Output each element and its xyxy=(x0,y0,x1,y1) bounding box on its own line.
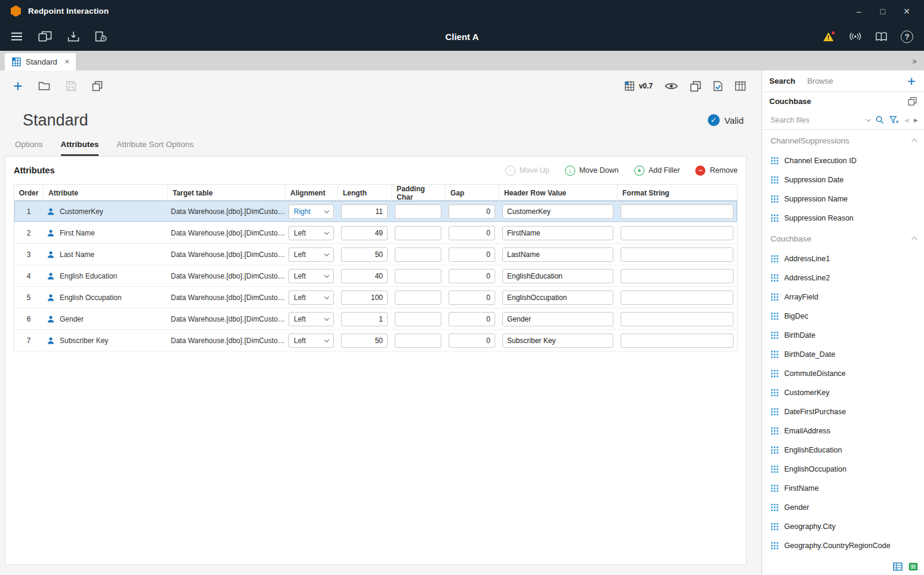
alignment-select[interactable]: Left xyxy=(288,226,334,240)
field-item[interactable]: Gender xyxy=(762,498,924,517)
close-button[interactable]: ✕ xyxy=(897,4,917,19)
save-icon[interactable] xyxy=(66,81,76,91)
field-item[interactable]: Suppression Date xyxy=(762,170,924,189)
field-item[interactable]: Channel Execution ID xyxy=(762,151,924,170)
padding-char-input[interactable] xyxy=(395,312,441,326)
format-string-input[interactable] xyxy=(621,312,733,326)
gap-input[interactable] xyxy=(449,247,495,262)
gap-input[interactable] xyxy=(449,226,495,240)
format-string-input[interactable] xyxy=(621,247,733,262)
export-excel-icon[interactable] xyxy=(908,562,918,571)
length-input[interactable] xyxy=(341,204,388,219)
length-input[interactable] xyxy=(341,312,388,326)
copy-source-icon[interactable] xyxy=(908,97,917,106)
broadcast-icon[interactable] xyxy=(849,32,862,41)
padding-char-input[interactable] xyxy=(395,226,441,240)
header-row-value-input[interactable] xyxy=(502,312,613,326)
table-row[interactable]: 4English EducationData Warehouse.[dbo].[… xyxy=(14,265,737,287)
format-string-input[interactable] xyxy=(621,290,733,305)
add-button[interactable]: + xyxy=(13,79,23,93)
collapse-chevron-icon[interactable] xyxy=(911,138,917,144)
length-input[interactable] xyxy=(341,290,388,305)
field-item[interactable]: AddressLine1 xyxy=(762,249,924,268)
maximize-button[interactable]: □ xyxy=(873,4,893,19)
chevron-down-icon[interactable] xyxy=(866,117,871,121)
header-row-value-input[interactable] xyxy=(502,290,613,305)
field-item[interactable]: FirstName xyxy=(762,479,924,498)
gap-input[interactable] xyxy=(449,334,495,348)
preview-eye-icon[interactable] xyxy=(665,82,678,90)
tab-attribute-sort-options[interactable]: Attribute Sort Options xyxy=(116,140,194,156)
alignment-select[interactable]: Left xyxy=(288,247,334,262)
grid-view-icon[interactable] xyxy=(893,562,902,571)
format-string-input[interactable] xyxy=(621,204,733,219)
validate-icon[interactable] xyxy=(713,81,723,91)
header-row-value-input[interactable] xyxy=(502,334,613,348)
padding-char-input[interactable] xyxy=(395,204,441,219)
field-item[interactable]: Suppression Name xyxy=(762,189,924,209)
field-item[interactable]: BirthDate_Date xyxy=(762,345,924,364)
tab-standard[interactable]: Standard ✕ xyxy=(5,53,76,71)
filter-icon[interactable] xyxy=(889,115,899,124)
interactions-icon[interactable] xyxy=(38,31,52,42)
field-item[interactable]: Geography.City xyxy=(762,517,924,536)
header-row-value-input[interactable] xyxy=(502,204,613,219)
prev-result-icon[interactable]: ◀ xyxy=(904,117,908,123)
search-icon[interactable] xyxy=(876,115,884,124)
format-string-input[interactable] xyxy=(621,334,733,348)
padding-char-input[interactable] xyxy=(395,290,441,305)
field-item[interactable]: Geography.CountryRegionCode xyxy=(762,536,924,555)
field-item[interactable]: BigDec xyxy=(762,307,924,326)
table-row[interactable]: 5English OccupationData Warehouse.[dbo].… xyxy=(14,287,737,308)
duplicate-page-icon[interactable] xyxy=(690,81,701,92)
sidebar-tab-browse[interactable]: Browse xyxy=(807,77,833,85)
alignment-select[interactable]: Left xyxy=(288,334,334,348)
format-string-input[interactable] xyxy=(621,226,733,240)
length-input[interactable] xyxy=(341,226,388,240)
tab-attributes[interactable]: Attributes xyxy=(61,140,99,156)
field-item[interactable]: BirthDate xyxy=(762,326,924,345)
add-source-button[interactable]: + xyxy=(907,75,916,87)
minimize-button[interactable]: – xyxy=(849,4,869,19)
alignment-select[interactable]: Left xyxy=(288,269,334,283)
field-item[interactable]: CustomerKey xyxy=(762,383,924,402)
table-row[interactable]: 1CustomerKeyData Warehouse.[dbo].[DimCus… xyxy=(14,201,737,222)
group-header[interactable]: ChannelSuppressions xyxy=(762,130,924,151)
field-item[interactable]: AddressLine2 xyxy=(762,268,924,288)
table-row[interactable]: 6GenderData Warehouse.[dbo].[DimCusto…Le… xyxy=(14,308,737,330)
field-item[interactable]: ArrayField xyxy=(762,288,924,307)
field-item[interactable]: EmailAddress xyxy=(762,421,924,441)
search-input[interactable] xyxy=(769,115,861,125)
gap-input[interactable] xyxy=(449,312,495,326)
field-item[interactable]: EnglishOccupation xyxy=(762,460,924,479)
remove-button[interactable]: − Remove xyxy=(695,166,738,176)
alignment-select[interactable]: Left xyxy=(288,290,334,305)
alignment-select[interactable]: Left xyxy=(288,312,334,326)
field-item[interactable]: EnglishEducation xyxy=(762,441,924,460)
table-columns-icon[interactable] xyxy=(735,81,746,91)
header-row-value-input[interactable] xyxy=(502,269,613,283)
padding-char-input[interactable] xyxy=(395,269,441,283)
format-string-input[interactable] xyxy=(621,269,733,283)
header-row-value-input[interactable] xyxy=(502,247,613,262)
gap-input[interactable] xyxy=(449,269,495,283)
field-item[interactable]: CommuteDistance xyxy=(762,364,924,383)
table-row[interactable]: 7Subscriber KeyData Warehouse.[dbo].[Dim… xyxy=(14,330,737,351)
length-input[interactable] xyxy=(341,247,388,262)
table-row[interactable]: 2First NameData Warehouse.[dbo].[DimCust… xyxy=(14,222,737,244)
tab-options[interactable]: Options xyxy=(15,140,43,156)
table-row[interactable]: 3Last NameData Warehouse.[dbo].[DimCusto… xyxy=(14,244,737,265)
copy-icon[interactable] xyxy=(92,81,103,91)
header-row-value-input[interactable] xyxy=(502,226,613,240)
field-item[interactable]: Suppression Reason xyxy=(762,209,924,228)
tabs-overflow-icon[interactable]: » xyxy=(912,56,924,66)
alignment-select[interactable]: Right xyxy=(288,204,334,219)
tab-close-icon[interactable]: ✕ xyxy=(65,58,70,66)
length-input[interactable] xyxy=(341,334,388,348)
collapse-chevron-icon[interactable] xyxy=(911,236,917,242)
next-result-icon[interactable]: ▶ xyxy=(914,117,918,123)
schedule-icon[interactable] xyxy=(95,31,107,42)
open-folder-icon[interactable] xyxy=(38,81,50,91)
help-icon[interactable]: ? xyxy=(901,30,913,43)
padding-char-input[interactable] xyxy=(395,334,441,348)
